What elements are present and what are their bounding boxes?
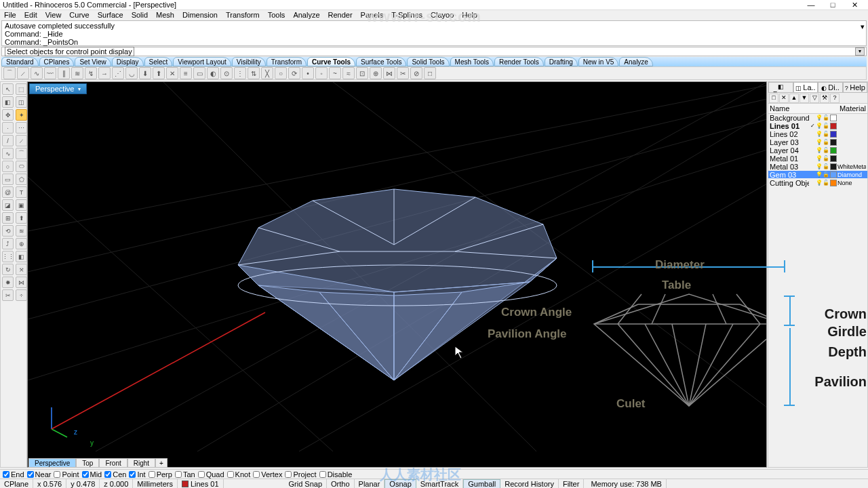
tool-trim-icon[interactable]: ✂ xyxy=(397,67,409,79)
tool-boolean-icon[interactable]: ⊕ xyxy=(370,67,382,79)
tool-mesh-icon[interactable]: ⊞ xyxy=(2,212,14,224)
command-prompt[interactable]: Select objects for control point display… xyxy=(1,47,867,56)
tool-point-icon[interactable]: · xyxy=(2,122,14,134)
viewport-perspective[interactable]: Perspective ▾ xyxy=(27,81,767,468)
layer-delete-icon[interactable]: ✕ xyxy=(779,94,789,103)
layer-up-icon[interactable]: ▲ xyxy=(789,94,799,103)
layer-row[interactable]: Cutting Obje..💡🔓None xyxy=(768,179,867,187)
tool-split2-icon[interactable]: ÷ xyxy=(16,289,27,301)
menu-transform[interactable]: Transform xyxy=(226,11,260,19)
tab-cplanes[interactable]: CPlanes xyxy=(39,57,75,66)
rtab-display[interactable]: ◐ Di.. xyxy=(818,82,843,93)
layer-help-icon[interactable]: ? xyxy=(830,94,840,103)
layer-row[interactable]: Layer 03💡🔓 xyxy=(768,138,867,146)
tool-offset-icon[interactable]: ‖ xyxy=(58,67,70,79)
layer-filter-icon[interactable]: ▽ xyxy=(810,94,819,103)
tool-revolve-icon[interactable]: ⟲ xyxy=(2,225,14,237)
tool-section-icon[interactable]: ▭ xyxy=(193,67,205,79)
osnap-vertex[interactable]: Vertex xyxy=(253,470,282,479)
layer-row[interactable]: Lines 01✓💡🔓 xyxy=(768,122,867,130)
vtab-front[interactable]: Front xyxy=(99,458,127,468)
osnap-mid[interactable]: Mid xyxy=(82,470,102,479)
tool-remove-icon[interactable]: ◦ xyxy=(315,67,328,79)
menu-solid[interactable]: Solid xyxy=(132,11,148,19)
rtab-help[interactable]: ? Help xyxy=(843,82,868,93)
layer-row[interactable]: Background💡🔓 xyxy=(768,114,867,122)
tool-explode-icon[interactable]: ✸ xyxy=(2,277,14,288)
tool-extend-icon[interactable]: → xyxy=(98,67,111,79)
status-toggle-gridsnap[interactable]: Grid Snap xyxy=(285,479,328,489)
layer-row[interactable]: Metal 03💡🔓WhiteMeta xyxy=(768,163,867,171)
minimize-button[interactable]: — xyxy=(803,1,819,9)
tool-move-icon[interactable]: ✥ xyxy=(2,109,14,121)
vtab-add[interactable]: + xyxy=(155,458,167,468)
tool-extrude-icon[interactable]: ⬆ xyxy=(16,212,27,224)
osnap-point[interactable]: Point xyxy=(54,470,79,479)
tool-scale-icon[interactable]: ⤧ xyxy=(16,264,27,275)
layer-row[interactable]: Layer 04💡🔓 xyxy=(768,146,867,155)
vtab-top[interactable]: Top xyxy=(76,458,99,468)
tool-isect-icon[interactable]: ✕ xyxy=(166,67,178,79)
tab-standard[interactable]: Standard xyxy=(1,57,39,66)
rtab-layers[interactable]: ◫ La.. xyxy=(793,82,818,93)
tool-mirror-icon[interactable]: ◧ xyxy=(16,251,27,262)
status-cplane[interactable]: CPlane xyxy=(0,479,33,489)
cmd-dropdown[interactable]: ▾ xyxy=(855,47,865,56)
tab-newinv5[interactable]: New in V5 xyxy=(578,57,619,66)
tool-fit-icon[interactable]: ◡ xyxy=(125,67,138,79)
tool-periodic-icon[interactable]: ○ xyxy=(275,67,287,79)
status-layer[interactable]: Lines 01 xyxy=(178,479,224,489)
tab-analyze[interactable]: Analyze xyxy=(619,57,653,66)
status-toggle-filter[interactable]: Filter xyxy=(559,479,584,489)
vtab-right[interactable]: Right xyxy=(127,458,155,468)
tool-sweep-icon[interactable]: ⤴ xyxy=(2,238,14,249)
osnap-near[interactable]: Near xyxy=(27,470,52,479)
tab-rendertools[interactable]: Render Tools xyxy=(494,57,544,66)
tool-tween-icon[interactable]: ⇅ xyxy=(248,67,260,79)
osnap-cen[interactable]: Cen xyxy=(104,470,126,479)
tab-transform[interactable]: Transform xyxy=(267,57,307,66)
menu-file[interactable]: File xyxy=(4,11,16,19)
layer-row[interactable]: Lines 02💡🔓 xyxy=(768,130,867,138)
osnap-quad[interactable]: Quad xyxy=(198,470,224,479)
maximize-button[interactable]: □ xyxy=(825,1,841,9)
status-toggle-recordhistory[interactable]: Record History xyxy=(500,479,559,489)
tool-polyline-icon[interactable]: ⟋ xyxy=(16,135,27,146)
layer-row[interactable]: Gem 03💡🔓Diamond xyxy=(768,171,867,179)
status-units[interactable]: Millimeters xyxy=(133,479,178,489)
tool-rotate-icon[interactable]: ↻ xyxy=(2,264,14,275)
tab-visibility[interactable]: Visibility xyxy=(232,57,266,66)
tool-split-icon[interactable]: ⊘ xyxy=(410,67,422,79)
osnap-knot[interactable]: Knot xyxy=(227,470,251,479)
menu-surface[interactable]: Surface xyxy=(98,11,123,19)
tool-chamfer-icon[interactable]: ⟋ xyxy=(17,67,29,79)
tool-circle-icon[interactable]: ○ xyxy=(2,161,14,172)
tool-join2-icon[interactable]: ⋈ xyxy=(16,277,27,288)
tool-blend-icon[interactable]: 〰 xyxy=(44,67,56,79)
tool-line-icon[interactable]: / xyxy=(2,135,14,146)
menu-view[interactable]: View xyxy=(45,11,62,19)
tool-loft-icon[interactable]: ≋ xyxy=(16,225,27,237)
status-toggle-gumball[interactable]: Gumball xyxy=(463,479,500,489)
tool-trim2-icon[interactable]: ✂ xyxy=(2,289,14,301)
tab-select[interactable]: Select xyxy=(144,57,173,66)
tool-last-icon[interactable]: □ xyxy=(424,67,436,79)
tool-match-icon[interactable]: ↯ xyxy=(85,67,97,79)
tool-connect-icon[interactable]: ∿ xyxy=(31,67,43,79)
tool-end-icon[interactable]: ⊡ xyxy=(356,67,368,79)
tab-viewportlayout[interactable]: Viewport Layout xyxy=(173,57,231,66)
tool-insert-icon[interactable]: • xyxy=(302,67,314,79)
tool-cross-icon[interactable]: ╳ xyxy=(261,67,273,79)
tool-text-icon[interactable]: T xyxy=(16,186,27,198)
tool-rebuild-icon[interactable]: ⋰ xyxy=(112,67,124,79)
tool-fillet-icon[interactable]: ⌒ xyxy=(3,67,16,79)
tool-ellipse-icon[interactable]: ⬭ xyxy=(16,161,27,172)
tab-setview[interactable]: Set View xyxy=(75,57,111,66)
tool-rect-icon[interactable]: ▭ xyxy=(2,174,14,185)
tab-curvetools[interactable]: Curve Tools xyxy=(307,57,355,66)
tool-pointson-icon[interactable]: ✦ xyxy=(16,109,27,121)
tool-silhouette-icon[interactable]: ◐ xyxy=(207,67,219,79)
tool-polygon-icon[interactable]: ⬠ xyxy=(16,174,27,185)
tool-curve-icon[interactable]: ∿ xyxy=(2,148,14,159)
osnap-end[interactable]: End xyxy=(3,470,24,479)
